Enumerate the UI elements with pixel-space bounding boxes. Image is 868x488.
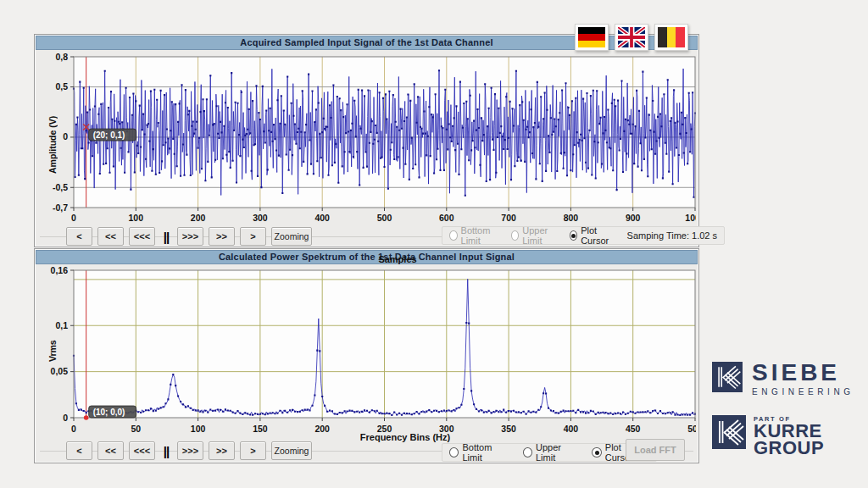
load-fft-button[interactable]: Load FFT [626, 439, 685, 461]
svg-text:500: 500 [687, 424, 696, 434]
radio-circle-icon [449, 230, 458, 241]
bottom-limit-radio[interactable]: Bottom Limit [449, 225, 500, 246]
radio-circle-icon [570, 230, 578, 241]
siebe-logo: SIEBE ENGINEERING [712, 362, 854, 396]
german-flag-icon [578, 27, 605, 47]
svg-text:150: 150 [253, 424, 268, 434]
svg-text:400: 400 [314, 213, 330, 223]
radio-label: Upper Limit [536, 442, 581, 463]
svg-text:0: 0 [63, 131, 68, 141]
svg-text:1000: 1000 [685, 213, 696, 223]
fast-back-button[interactable]: << [97, 227, 124, 246]
svg-text:600: 600 [439, 213, 454, 223]
svg-text:400: 400 [564, 424, 579, 434]
fastest-back-button[interactable]: <<< [129, 227, 155, 246]
radio-label: Bottom Limit [462, 442, 511, 463]
time-signal-panel: Acquired Sampled Input Signal of the 1st… [34, 34, 699, 247]
radio-label: Bottom Limit [461, 225, 500, 246]
svg-text:0,16: 0,16 [51, 265, 69, 275]
time-limit-radio-group: Bottom Limit Upper Limit Plot Cursor Sam… [442, 226, 725, 245]
cursor-dot-marker [84, 415, 89, 420]
radio-label: Plot Cursor [581, 225, 615, 246]
fastest-forward-button[interactable]: >>> [177, 227, 203, 246]
step-forward-button[interactable]: > [240, 441, 266, 460]
svg-text:0: 0 [63, 413, 68, 423]
radio-label: Upper Limit [522, 225, 558, 246]
bottom-limit-radio[interactable]: Bottom Limit [449, 442, 512, 463]
svg-text:100: 100 [129, 213, 144, 223]
fast-forward-button[interactable]: >> [209, 441, 235, 460]
step-back-button[interactable]: < [66, 441, 92, 460]
svg-text:0: 0 [71, 424, 76, 434]
pause-control[interactable]: || [160, 230, 172, 244]
belgian-flag-button[interactable] [654, 24, 688, 51]
svg-text:300: 300 [253, 213, 268, 223]
svg-text:700: 700 [501, 213, 516, 223]
zooming-button[interactable]: Zooming [271, 227, 312, 246]
siebe-brand-text: SIEBE [752, 362, 854, 384]
spectrum-y-axis-label: Vrms [47, 300, 58, 402]
fastest-forward-button[interactable]: >>> [177, 441, 203, 460]
svg-text:350: 350 [501, 424, 516, 434]
svg-text:900: 900 [626, 213, 641, 223]
step-back-button[interactable]: < [66, 227, 92, 246]
pause-control[interactable]: || [160, 444, 172, 458]
svg-text:500: 500 [377, 213, 392, 223]
time-x-axis-label: Samples [364, 254, 431, 264]
svg-text:100: 100 [191, 424, 206, 434]
svg-text:0: 0 [71, 213, 76, 223]
kurre-k-icon [712, 415, 746, 449]
uk-flag-button[interactable] [615, 24, 648, 51]
uk-flag-icon [618, 27, 645, 47]
siebe-sub-text: ENGINEERING [752, 387, 854, 396]
zooming-button[interactable]: Zooming [271, 441, 312, 460]
german-flag-button[interactable] [575, 24, 609, 51]
siebe-k-icon [712, 362, 743, 392]
spectrum-limit-radio-group: Bottom Limit Upper Limit Plot Cursor [442, 443, 657, 462]
time-signal-chart[interactable]: 010020030040050060070080090010000,80,50-… [36, 50, 696, 235]
time-y-axis-label: Amplitude (V) [47, 81, 58, 208]
svg-text:200: 200 [191, 213, 206, 223]
upper-limit-radio[interactable]: Upper Limit [511, 225, 559, 246]
step-forward-button[interactable]: > [240, 227, 266, 246]
svg-text:0,8: 0,8 [55, 52, 68, 62]
app-window: Acquired Sampled Input Signal of the 1st… [0, 0, 868, 488]
plot-cursor-radio[interactable]: Plot Cursor [570, 225, 616, 246]
cursor-annotation-text: (20; 0,1) [93, 130, 125, 140]
upper-limit-radio[interactable]: Upper Limit [523, 442, 581, 463]
radio-circle-icon [449, 447, 459, 458]
sampling-time-text: Samping Time: 1.02 s [627, 230, 717, 241]
power-spectrum-chart[interactable]: 0501001502002503003504004505000,160,10,0… [36, 264, 696, 449]
svg-text:800: 800 [564, 213, 579, 223]
fastest-back-button[interactable]: <<< [129, 441, 155, 460]
radio-circle-icon [592, 447, 601, 458]
power-spectrum-panel: Calculated Power Spektrum of the 1st Dat… [34, 248, 699, 463]
fast-back-button[interactable]: << [97, 441, 124, 460]
svg-text:50: 50 [131, 424, 141, 434]
radio-circle-icon [523, 447, 532, 458]
fast-forward-button[interactable]: >> [209, 227, 235, 246]
language-switcher [575, 24, 688, 51]
kurre-logo: PART OF KURRE GROUP [712, 415, 824, 457]
kurre-brand-line2: GROUP [754, 440, 824, 457]
cursor-annotation-text: (10; 0,0) [93, 408, 125, 417]
radio-circle-icon [511, 230, 520, 241]
svg-text:450: 450 [626, 424, 641, 434]
belgian-flag-icon [658, 27, 685, 47]
